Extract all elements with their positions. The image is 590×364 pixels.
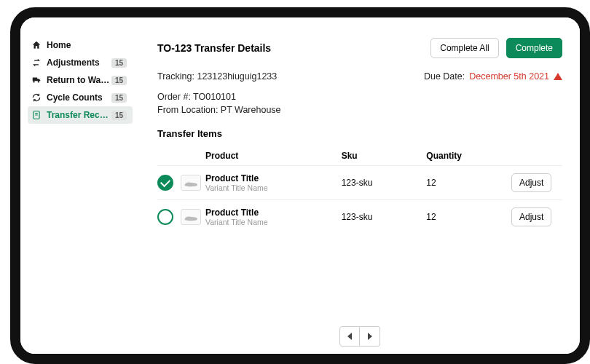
product-thumb bbox=[181, 175, 201, 191]
table-row: Product Title Variant Title Name 123-sku… bbox=[157, 165, 562, 199]
sidebar-badge: 15 bbox=[111, 93, 127, 103]
from-line: From Location: PT Warehouse bbox=[157, 105, 562, 115]
chevron-right-icon bbox=[368, 333, 372, 340]
product-thumb bbox=[181, 209, 201, 225]
due-date-value: December 5th 2021 bbox=[469, 71, 549, 82]
order-label: Order #: bbox=[157, 92, 191, 102]
product-title: Product Title bbox=[205, 207, 342, 218]
col-sku: Sku bbox=[342, 151, 427, 161]
page-title: TO-123 Transfer Details bbox=[157, 42, 271, 54]
refresh-icon bbox=[31, 92, 42, 103]
tablet-frame: Home Adjustments 15 Return to Warehouse … bbox=[10, 7, 590, 364]
sidebar-item-label: Return to Warehouse bbox=[47, 75, 111, 85]
complete-button[interactable]: Complete bbox=[506, 38, 562, 58]
product-sku: 123-sku bbox=[342, 212, 427, 222]
product-qty: 12 bbox=[426, 212, 511, 222]
sidebar-badge: 15 bbox=[111, 76, 127, 85]
from-label: From Location: bbox=[157, 105, 218, 115]
adjust-button[interactable]: Adjust bbox=[511, 207, 551, 226]
status-unchecked-icon[interactable] bbox=[157, 209, 173, 225]
tracking-label: Tracking: bbox=[157, 71, 194, 82]
sidebar: Home Adjustments 15 Return to Warehouse … bbox=[23, 32, 133, 354]
home-icon bbox=[31, 39, 42, 51]
sidebar-item-return[interactable]: Return to Warehouse 15 bbox=[28, 71, 133, 89]
tracking-value: 123123hiuguig1233 bbox=[197, 71, 277, 82]
product-qty: 12 bbox=[426, 178, 511, 188]
col-product: Product bbox=[205, 151, 342, 161]
due-date-label: Due Date: bbox=[424, 71, 465, 82]
order-value: TO010101 bbox=[193, 92, 236, 102]
pager bbox=[157, 312, 562, 347]
from-value: PT Warehouse bbox=[221, 105, 281, 115]
adjust-button[interactable]: Adjust bbox=[511, 173, 551, 192]
status-checked-icon[interactable] bbox=[157, 175, 173, 191]
truck-icon bbox=[31, 74, 42, 86]
sidebar-item-label: Transfer Receipts bbox=[47, 110, 111, 120]
header-actions: Complete All Complete bbox=[430, 38, 562, 58]
tracking-line: Tracking: 123123hiuguig1233 bbox=[157, 71, 277, 82]
due-date: Due Date: December 5th 2021 bbox=[424, 71, 562, 82]
sidebar-item-label: Adjustments bbox=[47, 58, 111, 68]
sidebar-badge: 15 bbox=[111, 58, 127, 68]
app-screen: Home Adjustments 15 Return to Warehouse … bbox=[20, 17, 580, 354]
main-panel: TO-123 Transfer Details Complete All Com… bbox=[133, 32, 580, 354]
table-row: Product Title Variant Title Name 123-sku… bbox=[157, 199, 562, 234]
sidebar-item-home[interactable]: Home bbox=[28, 36, 133, 54]
product-variant: Variant Title Name bbox=[205, 183, 342, 192]
sidebar-badge: 15 bbox=[111, 111, 127, 120]
warning-icon bbox=[554, 73, 562, 80]
pager-next-button[interactable] bbox=[360, 326, 380, 347]
chevron-left-icon bbox=[347, 333, 352, 340]
complete-all-button[interactable]: Complete All bbox=[430, 38, 498, 58]
product-variant: Variant Title Name bbox=[205, 218, 342, 226]
table-header: Product Sku Quantity bbox=[157, 146, 562, 165]
sidebar-item-transfer[interactable]: Transfer Receipts 15 bbox=[28, 106, 133, 124]
details-block: Tracking: 123123hiuguig1233 Due Date: De… bbox=[157, 71, 562, 118]
sidebar-item-label: Cycle Counts bbox=[47, 92, 111, 103]
product-sku: 123-sku bbox=[342, 178, 427, 188]
sidebar-item-label: Home bbox=[47, 40, 127, 50]
sidebar-item-adjustments[interactable]: Adjustments 15 bbox=[28, 54, 133, 71]
swap-icon bbox=[31, 57, 42, 68]
pager-prev-button[interactable] bbox=[339, 326, 360, 347]
product-title: Product Title bbox=[205, 173, 342, 183]
order-line: Order #: TO010101 bbox=[157, 92, 562, 102]
col-qty: Quantity bbox=[426, 151, 511, 161]
items-section-title: Transfer Items bbox=[157, 128, 562, 139]
receipt-icon bbox=[31, 109, 42, 121]
sidebar-item-cycle[interactable]: Cycle Counts 15 bbox=[28, 89, 133, 106]
header-row: TO-123 Transfer Details Complete All Com… bbox=[157, 38, 562, 58]
